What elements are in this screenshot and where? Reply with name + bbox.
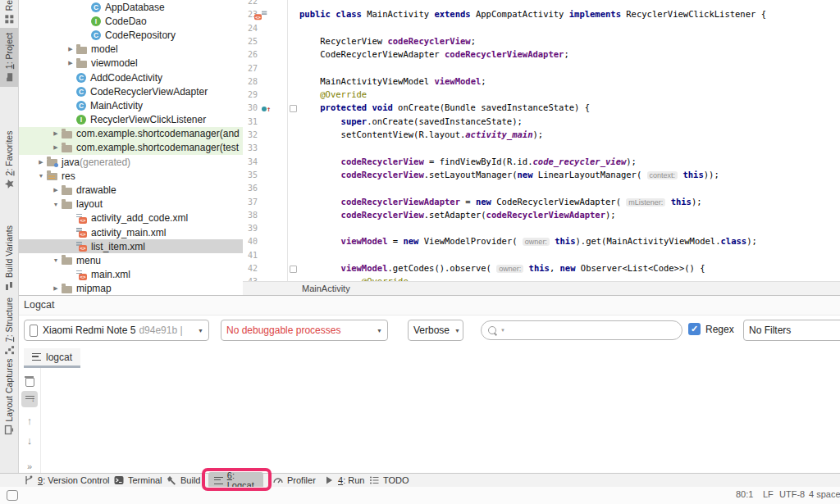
toolwindow-button-run[interactable]: 4: Run	[324, 474, 364, 487]
tree-row-CodeDao[interactable]: ICodeDao	[19, 14, 243, 28]
code-line-43[interactable]: 43 @Override	[243, 275, 840, 281]
toolwindow-button-profiler[interactable]: Profiler	[273, 474, 316, 487]
tree-expand-icon[interactable]: ▶	[50, 187, 62, 193]
code-line-38[interactable]: 38 codeRecyclerView.setAdapter(codeRecyc…	[243, 209, 840, 222]
tree-expand-icon[interactable]: ▶	[50, 285, 62, 292]
tree-row-drawable[interactable]: ▶drawable	[19, 183, 243, 197]
code-line-36[interactable]: 36	[243, 182, 840, 195]
clear-logcat-button[interactable]	[21, 373, 38, 389]
tool-button-build-variants[interactable]: Build Variants	[0, 225, 18, 292]
tree-expand-icon[interactable]: ▼	[50, 257, 62, 263]
indent-setting[interactable]: 4 spaces	[809, 489, 840, 499]
up-stack-trace-button[interactable]: ↑	[21, 412, 38, 429]
tree-row-AppDatabase[interactable]: CAppDatabase	[19, 0, 243, 14]
tree-row-AddCodeActivity[interactable]: CAddCodeActivity	[19, 70, 243, 84]
breadcrumb-class[interactable]: MainActivity	[302, 284, 350, 293]
tree-row-suffix: (generated)	[80, 157, 130, 168]
tree-row-label: CodeRepository	[105, 30, 176, 41]
fold-marker-icon[interactable]	[290, 266, 297, 273]
toolwindow-button-logcat[interactable]: 6: Logcat	[208, 472, 263, 488]
toolwindow-button-version-control[interactable]: 9: Version Control	[24, 474, 109, 487]
tool-button-project[interactable]: 1: Project	[0, 28, 18, 87]
tree-row-layout[interactable]: ▼layout	[19, 198, 243, 211]
code-line-35[interactable]: 35 codeRecyclerView.setLayoutManager(new…	[243, 169, 840, 182]
project-tree[interactable]: CAppDatabaseICodeDaoCCodeRepository▶mode…	[19, 0, 244, 295]
tree-expand-icon[interactable]: ▶	[35, 159, 47, 166]
toolwindow-button-terminal[interactable]: Terminal	[114, 474, 162, 487]
tool-button-favorites[interactable]: 2: Favorites	[0, 131, 18, 188]
down-stack-trace-button[interactable]: ↓	[21, 432, 38, 448]
tree-row-list_item.xml[interactable]: <>list_item.xml	[19, 239, 243, 253]
tree-row-res[interactable]: ▼res	[19, 169, 243, 183]
fold-marker-icon[interactable]	[290, 105, 297, 112]
code-line-37[interactable]: 37 codeRecyclerViewAdapter = new CodeRec…	[243, 196, 840, 209]
tree-row-label: list_item.xml	[91, 241, 145, 252]
tree-expand-icon[interactable]: ▶	[65, 60, 76, 66]
tree-expand-icon[interactable]: ▶	[50, 144, 62, 151]
process-dropdown[interactable]: No debuggable processes ▼	[221, 320, 388, 341]
tree-row-RecyclerViewClickListener[interactable]: IRecyclerViewClickListener	[19, 113, 243, 127]
toolwindow-button-todo[interactable]: TODO	[369, 474, 409, 487]
logcat-search-box[interactable]: ▼	[481, 320, 682, 340]
tree-row-activity_add_code.xml[interactable]: <>activity_add_code.xml	[19, 211, 243, 225]
chevrons-right-icon: »	[27, 461, 32, 471]
code-editor[interactable]: 2223<>public class MainActivity extends …	[243, 0, 840, 281]
code-line-25[interactable]: 25 RecyclerView codeRecyclerView;	[243, 35, 840, 48]
code-line-24[interactable]: 24	[243, 22, 840, 35]
code-line-26[interactable]: 26 CodeRecyclerViewAdapter codeRecyclerV…	[243, 48, 840, 61]
code-line-23[interactable]: 23<>public class MainActivity extends Ap…	[243, 8, 840, 21]
code-line-28[interactable]: 28 MainActivityViewModel viewModel;	[243, 75, 840, 89]
tree-row-label: com.example.shortcodemanager	[76, 128, 220, 139]
tree-row-model[interactable]: ▶model	[19, 43, 243, 57]
code-line-27[interactable]: 27	[243, 62, 840, 75]
tree-expand-icon[interactable]: ▼	[35, 173, 47, 179]
tree-row-menu[interactable]: ▼menu	[19, 253, 243, 267]
line-separator[interactable]: LF	[763, 489, 774, 499]
tree-expand-icon[interactable]: ▼	[50, 202, 62, 207]
device-dropdown[interactable]: Xiaomi Redmi Note 5 d94e91b | ▼	[24, 320, 209, 341]
code-line-32[interactable]: 32 setContentView(R.layout.activity_main…	[243, 129, 840, 142]
line-number: 40	[243, 237, 258, 246]
res-folder-icon	[47, 173, 57, 180]
phone-icon	[30, 325, 38, 337]
tree-row-mipmap[interactable]: ▶mipmap	[19, 282, 243, 295]
tree-row-com.example.shortcodemanager[interactable]: ▶com.example.shortcodemanager (and	[19, 127, 243, 141]
caret-position[interactable]: 80:1	[736, 489, 753, 499]
log-level-dropdown[interactable]: Verbose ▼	[408, 320, 463, 341]
logcat-search-input[interactable]	[505, 324, 675, 337]
filters-dropdown[interactable]: No Filters	[743, 320, 840, 341]
line-number: 22	[243, 0, 258, 6]
override-method-icon[interactable]: ↑	[262, 103, 271, 113]
tree-row-CodeRepository[interactable]: CCodeRepository	[19, 28, 243, 42]
code-line-22[interactable]: 22	[243, 0, 840, 8]
tree-row-com.example.shortcodemanager[interactable]: ▶com.example.shortcodemanager (test	[19, 141, 243, 155]
tool-button-resources[interactable]: Res	[0, 0, 18, 26]
tree-row-MainActivity[interactable]: CMainActivity	[19, 98, 243, 112]
tree-row-main.xml[interactable]: <>main.xml	[19, 268, 243, 282]
tree-row-activity_main.xml[interactable]: <>activity_main.xml	[19, 225, 243, 239]
tree-row-CodeRecyclerViewAdapter[interactable]: CCodeRecyclerViewAdapter	[19, 84, 243, 98]
tree-row-viewmodel[interactable]: ▶viewmodel	[19, 57, 243, 70]
code-line-40[interactable]: 40 viewModel = new ViewModelProvider( ow…	[243, 235, 840, 248]
tree-row-java[interactable]: ▶java (generated)	[19, 155, 243, 169]
code-line-31[interactable]: 31 super.onCreate(savedInstanceState);	[243, 116, 840, 129]
tree-expand-icon[interactable]: ▶	[50, 130, 62, 137]
code-line-39[interactable]: 39	[243, 222, 840, 235]
code-line-42[interactable]: 42 viewModel.getCodes().observe( owner: …	[243, 262, 840, 275]
code-line-41[interactable]: 41	[243, 249, 840, 262]
generated-java-folder-icon	[47, 159, 57, 166]
code-line-29[interactable]: 29 @Override	[243, 89, 840, 102]
tree-expand-icon[interactable]: ▶	[65, 46, 76, 52]
tool-button-layout-captures[interactable]: Layout Captures	[0, 361, 18, 433]
code-line-30[interactable]: 30↑ protected void onCreate(Bundle saved…	[243, 102, 840, 115]
tab-logcat[interactable]: logcat	[24, 348, 80, 368]
code-line-34[interactable]: 34 codeRecyclerView = findViewById(R.id.…	[243, 156, 840, 169]
code-line-33[interactable]: 33	[243, 142, 840, 155]
file-encoding[interactable]: UTF-8	[779, 489, 805, 499]
tool-button-structure[interactable]: 7: Structure	[0, 295, 18, 357]
more-actions-button[interactable]: »	[21, 458, 38, 474]
toggle-tool-windows-icon[interactable]	[7, 490, 18, 501]
regex-checkbox[interactable]: ✓	[688, 323, 701, 335]
scroll-to-end-button[interactable]	[21, 391, 38, 407]
toolwindow-button-build[interactable]: Build	[167, 474, 200, 487]
